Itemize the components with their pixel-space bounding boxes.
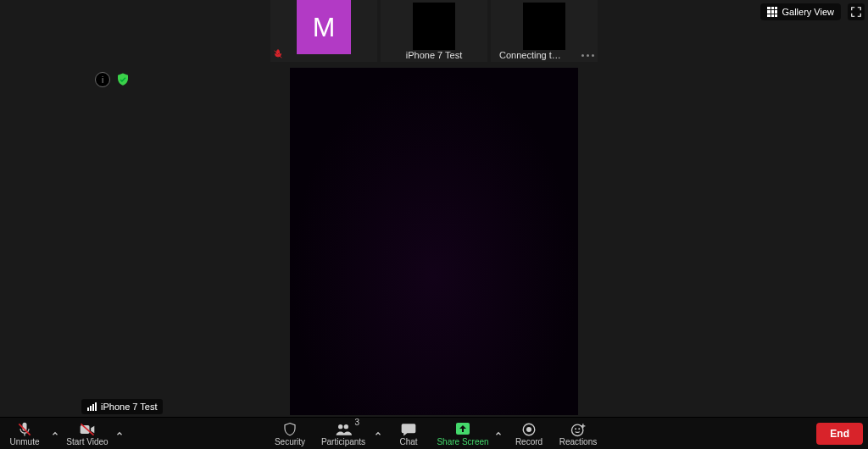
gallery-view-label: Gallery View	[782, 7, 834, 17]
end-meeting-button[interactable]: End	[816, 423, 863, 445]
encryption-badge[interactable]	[115, 72, 131, 87]
microphone-muted-icon	[16, 421, 33, 438]
security-button[interactable]: Security	[265, 418, 314, 449]
reactions-label: Reactions	[559, 437, 597, 446]
shield-check-icon	[115, 72, 131, 87]
record-button[interactable]: Record	[504, 418, 554, 449]
shield-icon	[282, 421, 298, 438]
unmute-button[interactable]: Unmute	[0, 418, 49, 450]
video-off-placeholder	[523, 3, 565, 50]
active-speaker-label: iPhone 7 Test	[81, 399, 163, 414]
start-video-button[interactable]: Start Video	[61, 418, 114, 450]
svg-point-7	[526, 427, 531, 432]
video-options-chevron[interactable]	[114, 418, 125, 450]
chat-icon	[400, 421, 417, 438]
svg-point-3	[338, 424, 342, 429]
chat-label: Chat	[399, 437, 417, 446]
participant-label: iPhone 7 Test	[381, 50, 487, 60]
avatar-initial: M	[297, 0, 351, 54]
svg-point-4	[344, 424, 348, 429]
unmute-label: Unmute	[9, 437, 39, 446]
participants-icon	[333, 421, 353, 438]
share-screen-label: Share Screen	[437, 437, 488, 446]
record-label: Record	[515, 437, 542, 446]
participant-thumbnail[interactable]: M	[270, 0, 377, 62]
loading-dots-icon	[581, 54, 594, 57]
camera-off-icon	[78, 421, 97, 438]
active-speaker-name: iPhone 7 Test	[101, 402, 157, 412]
muted-icon	[273, 49, 283, 59]
video-off-placeholder	[413, 3, 455, 50]
security-label: Security	[275, 437, 305, 446]
participant-thumbnail[interactable]: Connecting t…	[491, 0, 598, 62]
info-icon: i	[102, 75, 103, 85]
chevron-up-icon	[494, 430, 503, 438]
share-screen-button[interactable]: Share Screen	[433, 418, 492, 449]
chevron-up-icon	[51, 430, 59, 438]
svg-point-10	[578, 428, 580, 430]
participants-options-chevron[interactable]	[372, 418, 384, 449]
share-options-chevron[interactable]	[492, 418, 504, 449]
share-screen-icon	[453, 421, 473, 438]
participant-thumbnail[interactable]: iPhone 7 Test	[381, 0, 487, 62]
chevron-up-icon	[115, 430, 124, 438]
participants-button[interactable]: 3 Participants	[314, 418, 372, 449]
start-video-label: Start Video	[66, 437, 108, 446]
participants-count: 3	[354, 418, 359, 427]
grid-icon	[767, 7, 777, 17]
gallery-view-button[interactable]: Gallery View	[760, 3, 841, 20]
thumbnail-row: M iPhone 7 Test Connecting t…	[270, 0, 598, 62]
reactions-icon	[570, 421, 587, 438]
reactions-button[interactable]: Reactions	[554, 418, 603, 449]
participants-label: Participants	[321, 437, 365, 446]
info-button[interactable]: i	[95, 72, 110, 87]
svg-point-9	[575, 428, 576, 430]
bottom-toolbar: Unmute Start Video Security 3 Partic	[0, 417, 868, 449]
main-video-feed	[290, 68, 578, 415]
signal-icon	[87, 402, 97, 411]
chevron-up-icon	[374, 430, 382, 438]
audio-options-chevron[interactable]	[49, 418, 61, 450]
record-icon	[521, 421, 537, 438]
fullscreen-button[interactable]	[848, 3, 865, 20]
chat-button[interactable]: Chat	[384, 418, 433, 449]
meeting-info-icons: i	[95, 72, 131, 87]
top-right-controls: Gallery View	[760, 3, 865, 20]
fullscreen-icon	[850, 6, 862, 18]
